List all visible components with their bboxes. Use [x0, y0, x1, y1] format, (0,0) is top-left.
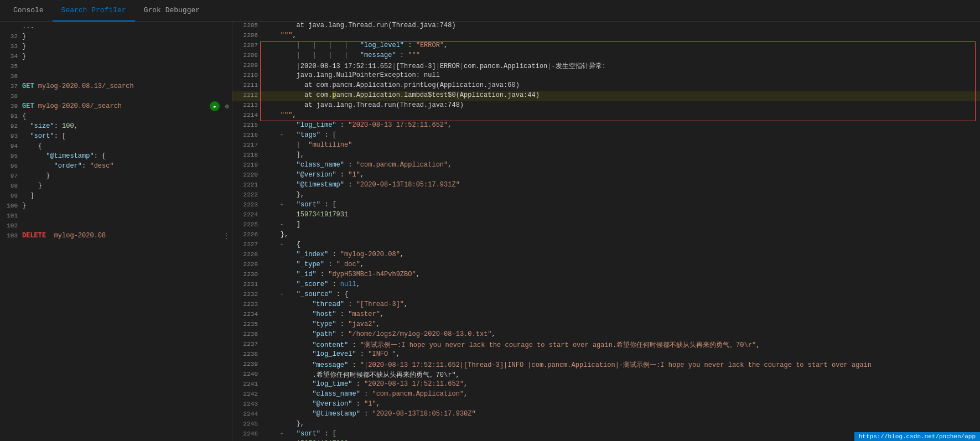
list-item: 97 } [0, 171, 232, 181]
table-row: 2238 "log_level" : "INFO ", [232, 350, 980, 360]
status-bar: https://blog.csdn.net/pnchen/app [854, 432, 980, 441]
table-row: 2216 + "tags" : [ [232, 131, 980, 141]
table-row: 2241 "log_time" : "2020-08-13 17:52:11.6… [232, 380, 980, 390]
list-item: 39 GET mylog-2020.08/_search ⚙ [0, 101, 232, 111]
settings-icon[interactable]: ⚙ [222, 101, 232, 111]
tab-grok-debugger[interactable]: Grok Debugger [135, 0, 209, 22]
app-container: Console Search Profiler Grok Debugger ..… [0, 0, 980, 441]
table-row: 2205 at java.lang.Thread.run(Thread.java… [232, 22, 980, 32]
table-row: 2219 "class_name" : "com.pancm.Applicati… [232, 161, 980, 171]
table-row: 2225 + ] [232, 221, 980, 231]
tab-console[interactable]: Console [4, 0, 53, 22]
table-row: 2221 "@timestamp" : "2020-08-13T18:05:17… [232, 181, 980, 191]
table-row: 2235 "type" : "java2", [232, 320, 980, 330]
table-row: 2229 "_type" : "_doc", [232, 261, 980, 271]
table-row: 2210 java.lang.NullPointerException: nul… [232, 71, 980, 81]
list-item: 37 GET mylog-2020.08.13/_search [0, 81, 232, 91]
list-item: 91 { [0, 111, 232, 121]
list-item: ... [0, 22, 232, 32]
table-row: 2213 at java.lang.Thread.run(Thread.java… [232, 101, 980, 111]
table-row: 2244 "@timestamp" : "2020-08-13T18:05:17… [232, 410, 980, 420]
run-button[interactable] [210, 101, 220, 111]
list-item: 32 } [0, 32, 232, 41]
list-item: 36 [0, 71, 232, 81]
table-row: 2237 "content" : "测试示例一:I hope you never… [232, 340, 980, 350]
right-panel-output[interactable]: 2205 at java.lang.Thread.run(Thread.java… [232, 22, 980, 441]
table-row: 2239 "message" : "|2020-08-13 17:52:11.6… [232, 360, 980, 370]
table-row: 2236 "path" : "/home/logs2/mylog-2020-08… [232, 330, 980, 340]
table-row: 2218 ], [232, 151, 980, 161]
table-row: 2228 "_index" : "mylog-2020.08", [232, 251, 980, 261]
table-row: 2212 at com.pancm.Application.lambda$tes… [232, 91, 980, 101]
table-row: 2227 + { [232, 241, 980, 251]
table-row: 2217 | "multiline" [232, 141, 980, 151]
table-row: 2224 1597341917931 [232, 211, 980, 221]
table-row: 2209 |2020-08-13 17:52:11.652|[Thread-3]… [232, 61, 980, 71]
table-row: 2232 + "_source" : { [232, 290, 980, 300]
list-item: 95 "@timestamp": { [0, 151, 232, 161]
table-row: 2230 "_id" : "dypH53MBcl-h4Pvh9ZBO", [232, 271, 980, 281]
table-row: 2234 "host" : "master", [232, 310, 980, 320]
list-item: 102 [0, 221, 232, 231]
table-row: 2206 """, [232, 32, 980, 41]
table-row: 2220 "@version" : "1", [232, 171, 980, 181]
table-row: 2240 .希望你任何时候都不缺从头再来的勇气。70\r", [232, 370, 980, 380]
table-row: 2245 }, [232, 420, 980, 430]
table-row: 2226 }, [232, 231, 980, 241]
error-lines-wrapper: 2205 at java.lang.Thread.run(Thread.java… [232, 22, 980, 121]
table-row: 2214 """, [232, 111, 980, 121]
list-item: 94 { [0, 141, 232, 151]
table-row: 2243 "@version" : "1", [232, 400, 980, 410]
list-item: 103 DELETE mylog-2020.08 ⋮ [0, 231, 232, 241]
table-row: 2208 | | | | "message" : """ [232, 51, 980, 61]
table-row: 2211 at com.pancm.Application.printLog(A… [232, 81, 980, 91]
list-item: 100 } [0, 201, 232, 211]
list-item: 96 "order": "desc" [0, 161, 232, 171]
left-panel-editor[interactable]: ... 32 } 33 } 34 } 35 36 [0, 22, 232, 441]
list-item: 92 "size": 100, [0, 121, 232, 131]
list-item: 99 ] [0, 191, 232, 201]
list-item: 33 } [0, 41, 232, 51]
list-item: 35 [0, 61, 232, 71]
top-nav: Console Search Profiler Grok Debugger [0, 0, 980, 22]
table-row: 2242 "class_name" : "com.pancm.Applicati… [232, 390, 980, 400]
list-item: 101 [0, 211, 232, 221]
table-row: 2222 }, [232, 191, 980, 201]
table-row: 2223 + "sort" : [ [232, 201, 980, 211]
tab-search-profiler[interactable]: Search Profiler [53, 0, 135, 22]
list-item: 93 "sort": [ [0, 131, 232, 141]
table-row: 2231 "_score" : null, [232, 281, 980, 290]
more-options-icon[interactable]: ⋮ [223, 232, 230, 240]
list-item: 38 [0, 91, 232, 101]
main-layout: ... 32 } 33 } 34 } 35 36 [0, 22, 980, 441]
table-row: 2233 "thread" : "[Thread-3]", [232, 300, 980, 310]
table-row: 2215 "log_time" : "2020-08-13 17:52:11.6… [232, 121, 980, 131]
list-item: 34 } [0, 51, 232, 61]
list-item: 98 } [0, 181, 232, 191]
table-row: 2207 | | | | "log_level" : "ERROR", [232, 41, 980, 51]
